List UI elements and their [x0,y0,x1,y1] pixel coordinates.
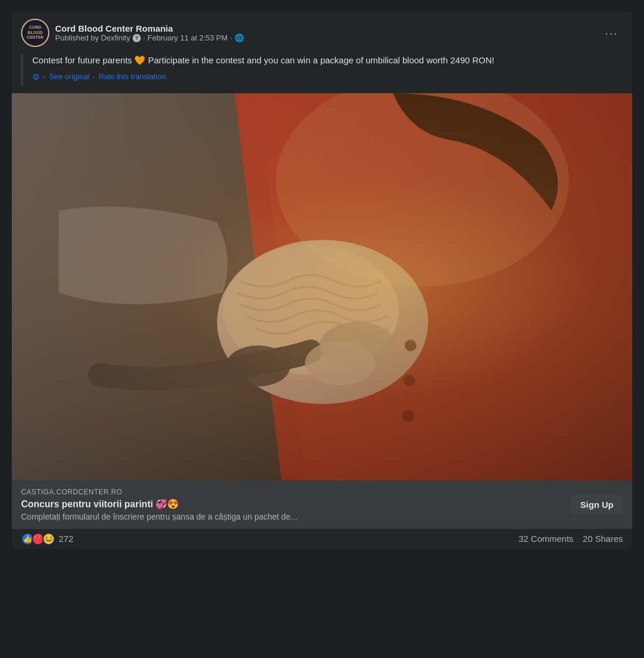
post-image[interactable] [12,93,632,480]
gear-icon[interactable]: ⚙ [32,72,40,82]
stats-right: 32 Comments 20 Shares [518,534,623,544]
avatar-image: CORDBLOODCENTER [21,19,49,47]
separator-dot: · [143,33,145,42]
translation-dot: · [43,72,46,81]
post-card: CORDBLOODCENTER Cord Blood Center Romani… [12,12,632,549]
link-title: Concurs pentru viitorii parinti 💞😍 [21,498,564,510]
info-icon[interactable]: ? [133,34,141,42]
post-meta: Cord Blood Center Romania Published by D… [55,23,244,42]
post-header-left: CORDBLOODCENTER Cord Blood Center Romani… [21,19,244,47]
reaction-count[interactable]: 272 [59,534,73,544]
link-domain: CASTIGA.CORDCENTER.RO [21,488,564,496]
reaction-icons: 👍 ❤️ 😂 [21,532,55,545]
post-body: Contest for future parents 🧡 Participate… [21,54,623,86]
page-name[interactable]: Cord Blood Center Romania [55,23,244,33]
haha-reaction-icon: 😂 [42,532,55,545]
sign-up-button[interactable]: Sign Up [571,495,623,514]
comments-count[interactable]: 32 Comments [518,534,573,544]
see-original-link[interactable]: See original [49,72,90,81]
link-preview[interactable]: CASTIGA.CORDCENTER.RO Concurs pentru vii… [12,480,632,528]
translation-bar: ⚙ · See original · Rate this translation [32,72,614,82]
shares-count[interactable]: 20 Shares [583,534,623,544]
avatar[interactable]: CORDBLOODCENTER [21,19,49,47]
translation-separator: · [93,72,95,81]
globe-icon: 🌐 [235,33,244,42]
reactions-left: 👍 ❤️ 😂 272 [21,532,73,545]
link-description: Completați formularul de înscriere pentr… [21,512,564,521]
link-preview-content: CASTIGA.CORDCENTER.RO Concurs pentru vii… [21,488,564,521]
post-date: February 11 at 2:53 PM [148,33,228,42]
post-header: CORDBLOODCENTER Cord Blood Center Romani… [12,12,632,54]
post-subtitle: Published by Dexfinity ? · February 11 a… [55,33,244,42]
published-by-text: Published by Dexfinity [55,33,130,42]
separator-dot2: · [230,33,232,42]
more-options-button[interactable]: ··· [600,24,623,42]
post-actions-bar: 👍 ❤️ 😂 272 32 Comments 20 Shares [12,528,632,549]
rate-translation-link[interactable]: Rate this translation [99,72,166,81]
couple-scene [12,93,632,480]
post-text: Contest for future parents 🧡 Participate… [32,54,614,67]
warm-background [12,93,632,480]
